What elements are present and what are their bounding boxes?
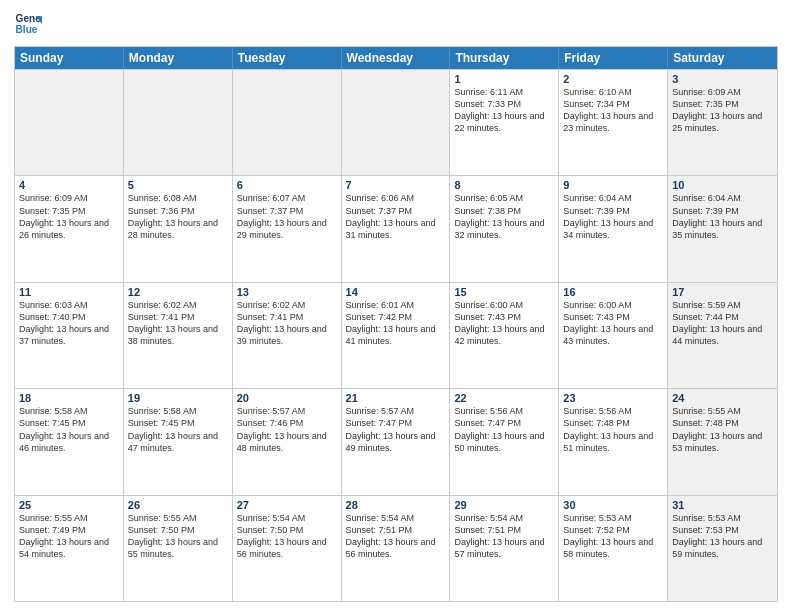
empty-cell-0-2 — [233, 70, 342, 175]
day-number: 29 — [454, 499, 554, 511]
day-cell-16: 16Sunrise: 6:00 AM Sunset: 7:43 PM Dayli… — [559, 283, 668, 388]
cell-info: Sunrise: 6:04 AM Sunset: 7:39 PM Dayligh… — [563, 192, 663, 241]
cell-info: Sunrise: 5:53 AM Sunset: 7:52 PM Dayligh… — [563, 512, 663, 561]
calendar-body: 1Sunrise: 6:11 AM Sunset: 7:33 PM Daylig… — [15, 69, 777, 601]
logo: General Blue — [14, 10, 46, 38]
day-number: 25 — [19, 499, 119, 511]
day-cell-8: 8Sunrise: 6:05 AM Sunset: 7:38 PM Daylig… — [450, 176, 559, 281]
day-number: 30 — [563, 499, 663, 511]
cell-info: Sunrise: 5:56 AM Sunset: 7:47 PM Dayligh… — [454, 405, 554, 454]
day-number: 14 — [346, 286, 446, 298]
day-cell-31: 31Sunrise: 5:53 AM Sunset: 7:53 PM Dayli… — [668, 496, 777, 601]
day-number: 22 — [454, 392, 554, 404]
cell-info: Sunrise: 5:57 AM Sunset: 7:46 PM Dayligh… — [237, 405, 337, 454]
day-number: 1 — [454, 73, 554, 85]
day-number: 21 — [346, 392, 446, 404]
cell-info: Sunrise: 6:02 AM Sunset: 7:41 PM Dayligh… — [237, 299, 337, 348]
header-cell-friday: Friday — [559, 47, 668, 69]
cell-info: Sunrise: 6:10 AM Sunset: 7:34 PM Dayligh… — [563, 86, 663, 135]
svg-text:Blue: Blue — [16, 24, 38, 35]
day-number: 5 — [128, 179, 228, 191]
calendar-row-3: 18Sunrise: 5:58 AM Sunset: 7:45 PM Dayli… — [15, 388, 777, 494]
day-cell-19: 19Sunrise: 5:58 AM Sunset: 7:45 PM Dayli… — [124, 389, 233, 494]
day-cell-21: 21Sunrise: 5:57 AM Sunset: 7:47 PM Dayli… — [342, 389, 451, 494]
cell-info: Sunrise: 6:00 AM Sunset: 7:43 PM Dayligh… — [454, 299, 554, 348]
header-cell-monday: Monday — [124, 47, 233, 69]
day-number: 11 — [19, 286, 119, 298]
day-number: 20 — [237, 392, 337, 404]
header-cell-wednesday: Wednesday — [342, 47, 451, 69]
header: General Blue — [14, 10, 778, 38]
calendar-row-0: 1Sunrise: 6:11 AM Sunset: 7:33 PM Daylig… — [15, 69, 777, 175]
day-cell-13: 13Sunrise: 6:02 AM Sunset: 7:41 PM Dayli… — [233, 283, 342, 388]
day-cell-2: 2Sunrise: 6:10 AM Sunset: 7:34 PM Daylig… — [559, 70, 668, 175]
day-cell-18: 18Sunrise: 5:58 AM Sunset: 7:45 PM Dayli… — [15, 389, 124, 494]
cell-info: Sunrise: 5:57 AM Sunset: 7:47 PM Dayligh… — [346, 405, 446, 454]
day-number: 31 — [672, 499, 773, 511]
cell-info: Sunrise: 5:54 AM Sunset: 7:51 PM Dayligh… — [346, 512, 446, 561]
cell-info: Sunrise: 5:55 AM Sunset: 7:48 PM Dayligh… — [672, 405, 773, 454]
cell-info: Sunrise: 6:05 AM Sunset: 7:38 PM Dayligh… — [454, 192, 554, 241]
day-cell-20: 20Sunrise: 5:57 AM Sunset: 7:46 PM Dayli… — [233, 389, 342, 494]
cell-info: Sunrise: 6:08 AM Sunset: 7:36 PM Dayligh… — [128, 192, 228, 241]
day-number: 15 — [454, 286, 554, 298]
empty-cell-0-0 — [15, 70, 124, 175]
day-number: 28 — [346, 499, 446, 511]
day-cell-23: 23Sunrise: 5:56 AM Sunset: 7:48 PM Dayli… — [559, 389, 668, 494]
calendar: SundayMondayTuesdayWednesdayThursdayFrid… — [14, 46, 778, 602]
cell-info: Sunrise: 5:56 AM Sunset: 7:48 PM Dayligh… — [563, 405, 663, 454]
day-cell-5: 5Sunrise: 6:08 AM Sunset: 7:36 PM Daylig… — [124, 176, 233, 281]
day-number: 9 — [563, 179, 663, 191]
cell-info: Sunrise: 5:59 AM Sunset: 7:44 PM Dayligh… — [672, 299, 773, 348]
calendar-row-2: 11Sunrise: 6:03 AM Sunset: 7:40 PM Dayli… — [15, 282, 777, 388]
day-cell-1: 1Sunrise: 6:11 AM Sunset: 7:33 PM Daylig… — [450, 70, 559, 175]
day-number: 13 — [237, 286, 337, 298]
day-cell-27: 27Sunrise: 5:54 AM Sunset: 7:50 PM Dayli… — [233, 496, 342, 601]
header-cell-sunday: Sunday — [15, 47, 124, 69]
cell-info: Sunrise: 5:54 AM Sunset: 7:51 PM Dayligh… — [454, 512, 554, 561]
cell-info: Sunrise: 5:58 AM Sunset: 7:45 PM Dayligh… — [19, 405, 119, 454]
cell-info: Sunrise: 6:07 AM Sunset: 7:37 PM Dayligh… — [237, 192, 337, 241]
day-number: 3 — [672, 73, 773, 85]
day-number: 6 — [237, 179, 337, 191]
day-number: 19 — [128, 392, 228, 404]
day-cell-9: 9Sunrise: 6:04 AM Sunset: 7:39 PM Daylig… — [559, 176, 668, 281]
day-number: 7 — [346, 179, 446, 191]
cell-info: Sunrise: 6:03 AM Sunset: 7:40 PM Dayligh… — [19, 299, 119, 348]
day-number: 4 — [19, 179, 119, 191]
day-number: 10 — [672, 179, 773, 191]
cell-info: Sunrise: 6:09 AM Sunset: 7:35 PM Dayligh… — [672, 86, 773, 135]
day-cell-10: 10Sunrise: 6:04 AM Sunset: 7:39 PM Dayli… — [668, 176, 777, 281]
day-cell-11: 11Sunrise: 6:03 AM Sunset: 7:40 PM Dayli… — [15, 283, 124, 388]
day-cell-30: 30Sunrise: 5:53 AM Sunset: 7:52 PM Dayli… — [559, 496, 668, 601]
cell-info: Sunrise: 5:55 AM Sunset: 7:49 PM Dayligh… — [19, 512, 119, 561]
day-cell-25: 25Sunrise: 5:55 AM Sunset: 7:49 PM Dayli… — [15, 496, 124, 601]
day-cell-22: 22Sunrise: 5:56 AM Sunset: 7:47 PM Dayli… — [450, 389, 559, 494]
calendar-header-row: SundayMondayTuesdayWednesdayThursdayFrid… — [15, 47, 777, 69]
page: General Blue SundayMondayTuesdayWednesda… — [0, 0, 792, 612]
day-number: 18 — [19, 392, 119, 404]
day-number: 16 — [563, 286, 663, 298]
day-number: 24 — [672, 392, 773, 404]
empty-cell-0-3 — [342, 70, 451, 175]
day-number: 8 — [454, 179, 554, 191]
day-cell-7: 7Sunrise: 6:06 AM Sunset: 7:37 PM Daylig… — [342, 176, 451, 281]
calendar-row-4: 25Sunrise: 5:55 AM Sunset: 7:49 PM Dayli… — [15, 495, 777, 601]
day-cell-15: 15Sunrise: 6:00 AM Sunset: 7:43 PM Dayli… — [450, 283, 559, 388]
calendar-row-1: 4Sunrise: 6:09 AM Sunset: 7:35 PM Daylig… — [15, 175, 777, 281]
day-cell-4: 4Sunrise: 6:09 AM Sunset: 7:35 PM Daylig… — [15, 176, 124, 281]
logo-icon: General Blue — [14, 10, 42, 38]
cell-info: Sunrise: 6:06 AM Sunset: 7:37 PM Dayligh… — [346, 192, 446, 241]
cell-info: Sunrise: 5:55 AM Sunset: 7:50 PM Dayligh… — [128, 512, 228, 561]
cell-info: Sunrise: 5:54 AM Sunset: 7:50 PM Dayligh… — [237, 512, 337, 561]
cell-info: Sunrise: 5:58 AM Sunset: 7:45 PM Dayligh… — [128, 405, 228, 454]
day-cell-29: 29Sunrise: 5:54 AM Sunset: 7:51 PM Dayli… — [450, 496, 559, 601]
day-cell-24: 24Sunrise: 5:55 AM Sunset: 7:48 PM Dayli… — [668, 389, 777, 494]
day-cell-6: 6Sunrise: 6:07 AM Sunset: 7:37 PM Daylig… — [233, 176, 342, 281]
cell-info: Sunrise: 6:04 AM Sunset: 7:39 PM Dayligh… — [672, 192, 773, 241]
day-cell-3: 3Sunrise: 6:09 AM Sunset: 7:35 PM Daylig… — [668, 70, 777, 175]
cell-info: Sunrise: 6:01 AM Sunset: 7:42 PM Dayligh… — [346, 299, 446, 348]
day-number: 26 — [128, 499, 228, 511]
day-number: 17 — [672, 286, 773, 298]
day-cell-17: 17Sunrise: 5:59 AM Sunset: 7:44 PM Dayli… — [668, 283, 777, 388]
